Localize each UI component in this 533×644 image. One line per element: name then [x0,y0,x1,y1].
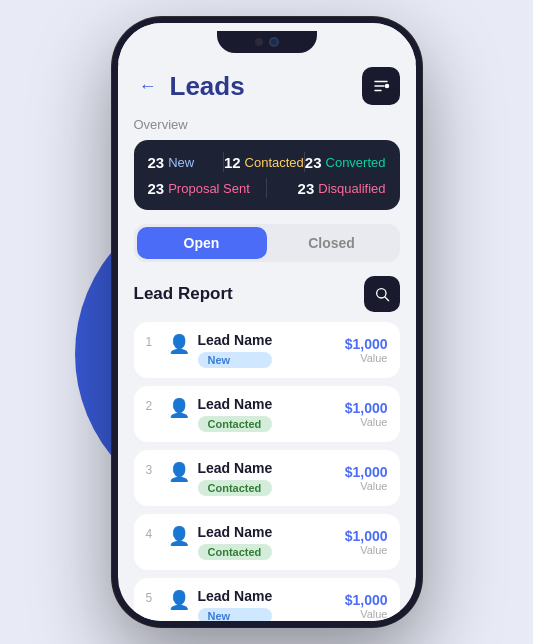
stat-converted-label: Converted [326,155,386,170]
stat-disqualified-num: 23 [298,180,315,197]
lead-value-label-2: Value [345,416,388,428]
lead-list: 1 👤 Lead Name New $1,000 Value [134,322,400,621]
lead-name-1: Lead Name [198,332,273,348]
overview-card: 23 New 12 Contacted 23 Converted [134,140,400,210]
lead-card-2[interactable]: 2 👤 Lead Name Contacted $1,000 Value [134,386,400,442]
lead-badge-5: New [198,608,273,621]
overview-label: Overview [134,117,400,132]
stat-new-label: New [168,155,194,170]
report-header: Lead Report [134,276,400,312]
lead-name-5: Lead Name [198,588,273,604]
tabs: Open Closed [134,224,400,262]
lead-badge-3: Contacted [198,480,273,496]
lead-value-2: $1,000 [345,400,388,416]
back-button[interactable]: ← [134,72,162,100]
lead-num-4: 4 [146,527,160,541]
lead-card-3[interactable]: 3 👤 Lead Name Contacted $1,000 Value [134,450,400,506]
lead-name-4: Lead Name [198,524,273,540]
phone-frame: ← Leads Overview [112,17,422,627]
lead-value-label-4: Value [345,544,388,556]
tab-open[interactable]: Open [137,227,267,259]
lead-user-icon-3: 👤 [168,461,190,483]
lead-user-icon-1: 👤 [168,333,190,355]
lead-num-1: 1 [146,335,160,349]
lead-user-icon-2: 👤 [168,397,190,419]
stat-disqualified-label: Disqualified [318,181,385,196]
stat-contacted-label: Contacted [245,155,304,170]
lead-value-3: $1,000 [345,464,388,480]
filter-icon [372,77,390,95]
lead-name-3: Lead Name [198,460,273,476]
tab-closed[interactable]: Closed [267,227,397,259]
lead-num-5: 5 [146,591,160,605]
stat-converted-num: 23 [305,154,322,171]
lead-card-4[interactable]: 4 👤 Lead Name Contacted $1,000 Value [134,514,400,570]
lead-user-icon-4: 👤 [168,525,190,547]
lead-card-1[interactable]: 1 👤 Lead Name New $1,000 Value [134,322,400,378]
lead-badge-1: New [198,352,273,368]
header: ← Leads [134,63,400,105]
stat-proposal-num: 23 [148,180,165,197]
search-button[interactable] [364,276,400,312]
svg-line-5 [385,297,389,301]
lead-value-1: $1,000 [345,336,388,352]
lead-num-2: 2 [146,399,160,413]
lead-user-icon-5: 👤 [168,589,190,611]
lead-value-5: $1,000 [345,592,388,608]
lead-value-label-1: Value [345,352,388,364]
search-icon [374,286,390,302]
lead-num-3: 3 [146,463,160,477]
lead-badge-4: Contacted [198,544,273,560]
stat-new-num: 23 [148,154,165,171]
back-arrow-icon: ← [139,76,157,97]
lead-value-label-3: Value [345,480,388,492]
stat-contacted-num: 12 [224,154,241,171]
page-title: Leads [170,71,245,102]
svg-point-3 [384,84,389,89]
lead-name-2: Lead Name [198,396,273,412]
lead-card-5[interactable]: 5 👤 Lead Name New $1,000 Value [134,578,400,621]
lead-value-label-5: Value [345,608,388,620]
lead-value-4: $1,000 [345,528,388,544]
lead-badge-2: Contacted [198,416,273,432]
report-title: Lead Report [134,284,233,304]
filter-button[interactable] [362,67,400,105]
stat-proposal-label: Proposal Sent [168,181,250,196]
